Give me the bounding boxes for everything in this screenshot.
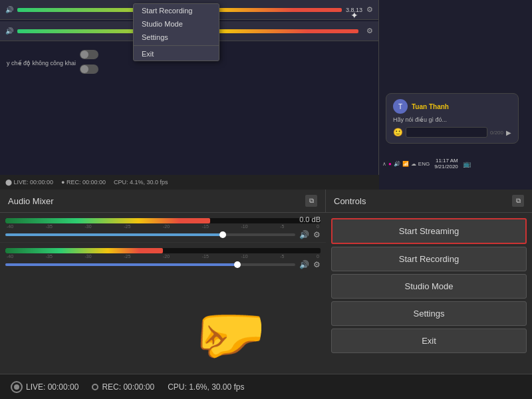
context-menu-studio-mode[interactable]: Studio Mode	[134, 17, 219, 31]
rec-status-item: REC: 00:00:00	[92, 382, 154, 392]
volume-slider-row-1: 🔊 ⚙	[5, 230, 321, 239]
live-indicator-icon	[11, 381, 23, 393]
audio-channel-2: -40 -35 -30 -25 -20 -15 -10 -5 0	[0, 242, 326, 272]
volume-slider-row-2: 🔊 ⚙	[5, 260, 321, 269]
live-status-item: LIVE: 00:00:00	[11, 381, 78, 393]
audio-mixer-header: Audio Mixer ⧉	[0, 190, 326, 212]
tray-time: 11:17 AM	[436, 158, 458, 164]
cpu-status-item: CPU: 1.6%, 30.00 fps	[168, 382, 244, 392]
viet-text-1: y chế độ không công khai	[7, 60, 76, 66]
mini-gear-icon: ⚙	[366, 5, 373, 14]
obs-mini-preview: 🔊 3.8.13 ⚙ 🔊 ⚙ y	[0, 0, 379, 190]
tray-icon-3: 📶	[402, 161, 409, 167]
controls-panel: Start Streaming Start Recording Studio M…	[326, 213, 532, 374]
mini-cpu-status: CPU: 4.1%, 30.0 fps	[114, 179, 168, 186]
volume-slider-2[interactable]	[5, 263, 295, 266]
mute-icon-1[interactable]: 🔊	[299, 230, 309, 239]
mini-rec-status: ● REC: 00:00:00	[61, 179, 106, 186]
cursor: ✦	[350, 10, 358, 21]
obs-window: 🔊 3.8.13 ⚙ 🔊 ⚙ y	[0, 0, 532, 399]
mini-live-status: ⬤ LIVE: 00:00:00	[5, 179, 53, 186]
start-recording-button[interactable]: Start Recording	[331, 247, 527, 271]
notification-avatar: T	[393, 99, 408, 114]
system-tray-area: ∧ ● 🔊 📶 ☁ ENG 11:17 AM 9/21/2020 📺	[382, 158, 471, 170]
tray-obs-icon: 📺	[463, 160, 471, 168]
status-bar: LIVE: 00:00:00 REC: 00:00:00 CPU: 1.6%, …	[0, 374, 532, 399]
controls-title: Controls	[334, 196, 366, 206]
context-menu-settings[interactable]: Settings	[134, 31, 219, 44]
start-streaming-button[interactable]: Start Streaming	[331, 218, 527, 244]
tray-lang: ENG	[418, 161, 430, 167]
controls-header: Controls ⧉	[326, 190, 532, 212]
volume-slider-1[interactable]	[5, 233, 295, 236]
tray-icon-2: 🔊	[394, 161, 400, 167]
vu-scale-labels-1: -40 -35 -30 -25 -20 -15 -10 -5 0	[5, 224, 321, 229]
studio-mode-button[interactable]: Studio Mode	[331, 274, 527, 299]
notification-input-area: 🙂 0/200 ▶	[393, 127, 511, 138]
tray-chevron: ∧	[382, 161, 386, 167]
mini-volume-icon-2: 🔊	[5, 27, 13, 35]
db-value-label: 0.0 dB	[299, 215, 321, 223]
pointing-hand-emoji: 🤜	[193, 299, 267, 369]
tray-icon-4: ☁	[411, 161, 416, 167]
panels-header-row: Audio Mixer ⧉ Controls ⧉	[0, 190, 532, 213]
toggle-switch-2[interactable]	[80, 65, 98, 74]
rec-indicator-dot	[92, 384, 98, 390]
channel-gear-2[interactable]: ⚙	[313, 260, 321, 269]
audio-mixer-content: 0.0 dB -40 -35 -30 -25 -20 -15	[0, 213, 326, 374]
context-menu-start-recording[interactable]: Start Recording	[134, 4, 219, 17]
live-label: LIVE: 00:00:00	[26, 382, 78, 392]
settings-button[interactable]: Settings	[331, 301, 527, 326]
send-icon[interactable]: ▶	[506, 129, 511, 136]
notification-username: Tuan Thanh	[412, 103, 449, 110]
controls-panel-btn[interactable]: ⧉	[512, 195, 524, 207]
mini-status-bar: ⬤ LIVE: 00:00:00 ● REC: 00:00:00 CPU: 4.…	[0, 175, 379, 190]
audio-channel-1: -40 -35 -30 -25 -20 -15 -10 -5 0	[0, 213, 326, 242]
tray-icon-1: ●	[388, 161, 392, 167]
context-menu-exit[interactable]: Exit	[134, 47, 219, 61]
notification-header: T Tuan Thanh	[393, 99, 511, 114]
mini-gear-icon-2: ⚙	[366, 27, 373, 35]
top-preview-area: 🔊 3.8.13 ⚙ 🔊 ⚙ y	[0, 0, 532, 190]
vu-meter-2	[5, 248, 321, 253]
vu-meter-1	[5, 218, 321, 223]
context-menu: Start Recording Studio Mode Settings Exi…	[133, 3, 219, 61]
context-menu-divider	[134, 45, 219, 46]
top-right-area: T Tuan Thanh Hãy nói điều gì đó... 🙂 0/2…	[379, 0, 532, 190]
mute-icon-2[interactable]: 🔊	[299, 260, 309, 269]
notification-text: Hãy nói điều gì đó...	[393, 116, 511, 123]
notification-input[interactable]	[406, 127, 487, 138]
notification-bubble: T Tuan Thanh Hãy nói điều gì đó... 🙂 0/2…	[386, 93, 519, 144]
cpu-label: CPU: 1.6%, 30.00 fps	[168, 382, 244, 392]
vu-scale-labels-2: -40 -35 -30 -25 -20 -15 -10 -5 0	[5, 254, 321, 259]
audio-mixer-title: Audio Mixer	[8, 196, 54, 206]
bottom-panels: Audio Mixer ⧉ Controls ⧉ 0.0 dB	[0, 190, 532, 399]
tray-date: 9/21/2020	[434, 164, 458, 170]
rec-label: REC: 00:00:00	[102, 382, 154, 392]
exit-button[interactable]: Exit	[331, 329, 527, 353]
toggle-switch-1[interactable]	[80, 50, 98, 59]
smiley-icon: 🙂	[393, 128, 403, 137]
mini-volume-icon: 🔊	[5, 6, 13, 13]
channel-gear-1[interactable]: ⚙	[313, 230, 321, 239]
notification-count: 0/200	[490, 130, 503, 136]
audio-mixer-panel-btn[interactable]: ⧉	[305, 195, 317, 207]
